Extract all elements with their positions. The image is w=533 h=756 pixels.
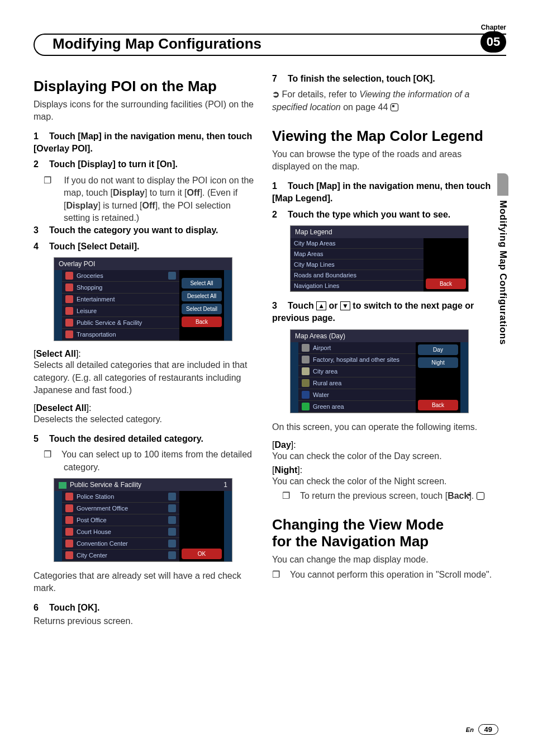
section-heading-poi: Displaying POI on the Map	[34, 78, 255, 95]
select-all-label: [Select All]:	[34, 349, 255, 359]
down-arrow-icon: ▼	[340, 301, 350, 310]
up-arrow-icon: ▲	[316, 301, 326, 310]
night-text: You can check the color of the Night scr…	[272, 475, 494, 488]
page-footer: En 49	[466, 724, 498, 735]
select-all-text: Selects all detailed categories that are…	[34, 359, 255, 396]
step-4: 4Touch [Select Detail].	[34, 240, 255, 253]
step-6: 6Touch [OK].	[34, 602, 255, 614]
day-label: [Day]:	[272, 440, 494, 450]
viewmode-note: ❐You cannot perform this operation in "S…	[282, 569, 494, 581]
section-heading-legend: Viewing the Map Color Legend	[272, 128, 494, 145]
r-step-1: 1Touch [Map] in the navigation menu, the…	[272, 180, 494, 205]
step-1: 1Touch [Map] in the navigation menu, the…	[34, 130, 255, 155]
deselect-all-text: Deselects the selected category.	[34, 413, 255, 426]
step-2-sub: ❐ If you do not want to display the POI …	[54, 174, 255, 225]
left-column: Displaying POI on the Map Displays icons…	[34, 73, 255, 717]
map-legend-screenshot: Map Legend City Map Areas Map Areas City…	[290, 225, 469, 292]
step-3: 3Touch the category you want to display.	[34, 224, 255, 237]
step-7: 7To finish the selection, touch [OK].	[272, 73, 494, 85]
side-tab-text: Modifying Map Configurations	[497, 196, 508, 345]
page-number: 49	[478, 724, 498, 735]
section-heading-viewmode: Changing the View Modefor the Navigation…	[272, 517, 494, 550]
category-note: Categories that are already set will hav…	[34, 570, 255, 595]
operate-note: On this screen, you can operate the foll…	[272, 421, 494, 433]
page-header-title: Modifying Map Configurations	[50, 35, 264, 53]
step-2: 2Touch [Display] to turn it [On].	[34, 158, 255, 171]
end-mark-icon-2	[477, 492, 484, 500]
back-sub: ❐To return the previous screen, touch [B…	[292, 490, 494, 502]
right-column: 7To finish the selection, touch [OK]. ➲ …	[272, 73, 494, 717]
legend-intro: You can browse the type of the roads and…	[272, 148, 494, 173]
deselect-all-label: [Deselect All]:	[34, 403, 255, 413]
end-mark-icon	[391, 103, 398, 111]
side-tab: Modifying Map Configurations	[497, 173, 508, 375]
chapter-label: Chapter	[481, 23, 506, 31]
step-5: 5Touch the desired detailed category.	[34, 433, 255, 445]
public-service-screenshot: Public Service & Facility1 Police Statio…	[54, 478, 232, 562]
r-step-2: 2Touch the type which you want to see.	[272, 209, 494, 221]
overlay-poi-screenshot: Overlay POI Groceries Shopping Entertain…	[54, 257, 232, 341]
day-text: You can check the color of the Day scree…	[272, 450, 494, 462]
step-5-sub: ❐You can select up to 100 items from the…	[54, 448, 255, 474]
chapter-number-badge: 05	[480, 31, 506, 53]
map-areas-day-screenshot: Map Areas (Day) Airport Factory, hospita…	[290, 329, 469, 413]
viewmode-intro: You can change the map display mode.	[272, 554, 494, 566]
night-label: [Night]:	[272, 465, 494, 475]
step-7-ref: ➲ For details, refer to Viewing the info…	[272, 88, 494, 114]
intro-text: Displays icons for the surrounding facil…	[34, 98, 255, 124]
r-step-3: 3Touch ▲ or ▼ to switch to the next page…	[272, 300, 494, 325]
step-6-sub: Returns previous screen.	[34, 615, 255, 627]
